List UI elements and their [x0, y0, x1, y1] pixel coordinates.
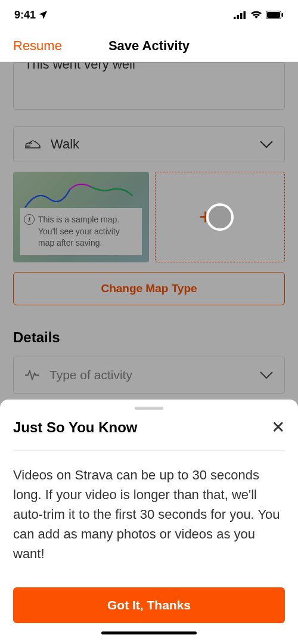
close-icon[interactable]: ✕	[271, 419, 285, 436]
home-indicator[interactable]	[101, 631, 197, 634]
nav-bar: Resume Save Activity	[0, 30, 298, 62]
svg-rect-6	[282, 13, 284, 17]
svg-rect-5	[267, 12, 280, 18]
sheet-header: Just So You Know ✕	[13, 419, 285, 451]
status-indicators	[234, 11, 284, 19]
got-it-button[interactable]: Got It, Thanks	[13, 587, 285, 623]
svg-rect-2	[240, 13, 243, 19]
cellular-icon	[234, 11, 247, 19]
resume-button[interactable]: Resume	[13, 38, 62, 54]
location-icon	[38, 10, 48, 20]
battery-icon	[266, 11, 284, 19]
sheet-handle[interactable]	[135, 407, 163, 410]
sheet-title: Just So You Know	[13, 419, 137, 436]
info-sheet: Just So You Know ✕ Videos on Strava can …	[0, 400, 298, 644]
sheet-body-text: Videos on Strava can be up to 30 seconds…	[13, 465, 285, 564]
status-bar: 9:41	[0, 0, 298, 30]
record-icon	[206, 203, 234, 231]
svg-rect-3	[244, 11, 246, 19]
page-title: Save Activity	[108, 38, 190, 54]
status-time-group: 9:41	[14, 9, 48, 21]
wifi-icon	[250, 11, 262, 19]
status-time: 9:41	[14, 9, 36, 21]
svg-rect-0	[234, 17, 236, 19]
svg-rect-1	[237, 15, 240, 19]
